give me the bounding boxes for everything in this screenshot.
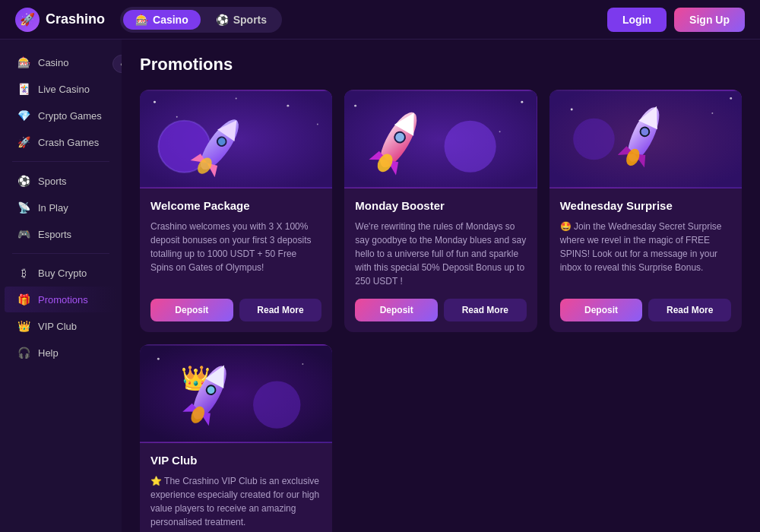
svg-point-19: [445, 121, 496, 173]
svg-point-31: [573, 119, 615, 160]
wednesday-readmore-button[interactable]: Read More: [648, 299, 731, 321]
promo-card-vip-image: 👑: [140, 344, 332, 443]
vip-club-icon: 👑: [17, 320, 30, 332]
tab-casino[interactable]: 🎰 Casino: [123, 10, 201, 30]
sidebar: ‹ 🎰 Casino 🃏 Live Casino 💎 Crypto Games …: [0, 40, 122, 532]
promo-card-wednesday-image: [549, 90, 742, 188]
casino-icon: 🎰: [135, 14, 148, 26]
sidebar-divider-2: [12, 253, 109, 254]
promo-card-welcome-desc: Crashino welcomes you with 3 X 100% depo…: [150, 220, 321, 288]
empty-slot-2: [344, 344, 537, 532]
sidebar-item-promotions[interactable]: 🎁 Promotions: [5, 287, 117, 312]
sports-icon: ⚽: [216, 14, 229, 26]
sidebar-item-crash-games[interactable]: 🚀 Crash Games: [5, 129, 117, 155]
main-content: Promotions: [122, 40, 760, 532]
promo-card-vip-title: VIP Club: [150, 454, 321, 467]
promo-card-welcome-title: Welcome Package: [150, 199, 321, 212]
svg-rect-15: [344, 91, 537, 188]
promotions-bottom-row: 👑: [140, 344, 742, 532]
promo-card-wednesday-body: Wednesday Surprise 🤩 Join the Wednesday …: [549, 188, 742, 332]
promo-card-wednesday-actions: Deposit Read More: [560, 299, 731, 321]
sidebar-item-buy-crypto[interactable]: ₿ Buy Crypto: [5, 260, 117, 286]
buy-crypto-icon: ₿: [17, 267, 30, 279]
sidebar-item-casino[interactable]: 🎰 Casino: [5, 49, 117, 75]
auth-buttons: Login Sign Up: [607, 8, 745, 32]
crash-games-icon: 🚀: [17, 136, 30, 148]
svg-rect-39: [140, 346, 332, 442]
sidebar-item-live-casino[interactable]: 🃏 Live Casino: [5, 76, 117, 102]
crypto-games-icon: 💎: [17, 109, 30, 122]
monday-readmore-button[interactable]: Read More: [444, 299, 527, 321]
svg-point-2: [176, 116, 178, 118]
svg-point-16: [354, 105, 356, 107]
logo: 🚀 Crashino: [15, 8, 105, 32]
sidebar-item-vip-club[interactable]: 👑 VIP Club: [5, 313, 117, 339]
login-button[interactable]: Login: [607, 8, 667, 32]
svg-point-18: [499, 131, 501, 132]
sidebar-item-crypto-games[interactable]: 💎 Crypto Games: [5, 103, 117, 128]
promo-card-monday-body: Monday Booster We're rewriting the rules…: [344, 188, 537, 332]
promo-card-welcome-image: [140, 90, 332, 188]
top-navigation: 🚀 Crashino 🎰 Casino ⚽ Sports Login Sign …: [0, 0, 760, 40]
promotions-grid: Welcome Package Crashino welcomes you wi…: [140, 90, 742, 332]
main-layout: ‹ 🎰 Casino 🃏 Live Casino 💎 Crypto Games …: [0, 40, 760, 532]
promo-card-wednesday-title: Wednesday Surprise: [560, 199, 731, 212]
help-icon: 🎧: [17, 347, 30, 359]
sports-icon: ⚽: [17, 175, 30, 187]
sidebar-item-help[interactable]: 🎧 Help: [5, 340, 117, 366]
svg-point-28: [570, 109, 572, 111]
svg-point-30: [730, 97, 732, 100]
logo-icon: 🚀: [15, 8, 40, 32]
promo-card-monday-title: Monday Booster: [355, 199, 526, 212]
casino-icon: 🎰: [17, 56, 30, 68]
live-casino-icon: 🃏: [17, 83, 30, 95]
promo-card-wednesday: Wednesday Surprise 🤩 Join the Wednesday …: [549, 90, 742, 332]
promo-card-vip-body: VIP Club ⭐ The Crashino VIP Club is an e…: [140, 443, 332, 532]
esports-icon: 🎮: [17, 228, 30, 240]
sidebar-item-sports[interactable]: ⚽ Sports: [5, 168, 117, 194]
promo-card-vip: 👑: [140, 344, 332, 532]
in-play-icon: 📡: [17, 201, 30, 214]
svg-point-43: [253, 381, 300, 428]
monday-deposit-button[interactable]: Deposit: [355, 299, 438, 321]
promo-card-welcome-body: Welcome Package Crashino welcomes you wi…: [140, 188, 332, 332]
welcome-deposit-button[interactable]: Deposit: [150, 299, 233, 321]
logo-text: Crashino: [46, 11, 105, 27]
svg-point-4: [317, 124, 318, 125]
promo-card-vip-desc: ⭐ The Crashino VIP Club is an exclusive …: [150, 474, 321, 529]
tab-sports[interactable]: ⚽ Sports: [204, 10, 279, 30]
nav-tabs: 🎰 Casino ⚽ Sports: [120, 7, 282, 33]
sidebar-sports-section: ⚽ Sports 📡 In Play 🎮 Esports: [0, 168, 122, 247]
empty-slot-3: [549, 344, 742, 532]
promo-card-wednesday-desc: 🤩 Join the Wednesday Secret Surprise whe…: [560, 220, 731, 288]
svg-point-5: [236, 97, 237, 99]
svg-point-29: [711, 112, 713, 114]
svg-point-17: [521, 101, 524, 103]
wednesday-deposit-button[interactable]: Deposit: [560, 299, 643, 321]
promo-card-monday-desc: We're rewriting the rules of Mondays so …: [355, 220, 526, 288]
promo-card-monday-actions: Deposit Read More: [355, 299, 526, 321]
svg-point-40: [157, 358, 160, 360]
sidebar-casino-section: 🎰 Casino 🃏 Live Casino 💎 Crypto Games 🚀 …: [0, 49, 122, 155]
welcome-readmore-button[interactable]: Read More: [239, 299, 322, 321]
signup-button[interactable]: Sign Up: [674, 8, 745, 32]
svg-point-3: [287, 105, 289, 107]
promo-card-welcome: Welcome Package Crashino welcomes you wi…: [140, 90, 332, 332]
sidebar-divider-1: [12, 161, 109, 162]
sidebar-item-esports[interactable]: 🎮 Esports: [5, 221, 117, 247]
promotions-icon: 🎁: [17, 293, 30, 306]
promo-card-monday: Monday Booster We're rewriting the rules…: [344, 90, 537, 332]
promo-card-welcome-actions: Deposit Read More: [150, 299, 321, 321]
sidebar-misc-section: ₿ Buy Crypto 🎁 Promotions 👑 VIP Club 🎧 H…: [0, 260, 122, 366]
svg-point-41: [302, 363, 303, 365]
promo-card-monday-image: [344, 90, 537, 188]
page-title: Promotions: [140, 55, 742, 74]
sidebar-item-in-play[interactable]: 📡 In Play: [5, 195, 117, 220]
svg-point-1: [154, 101, 156, 103]
